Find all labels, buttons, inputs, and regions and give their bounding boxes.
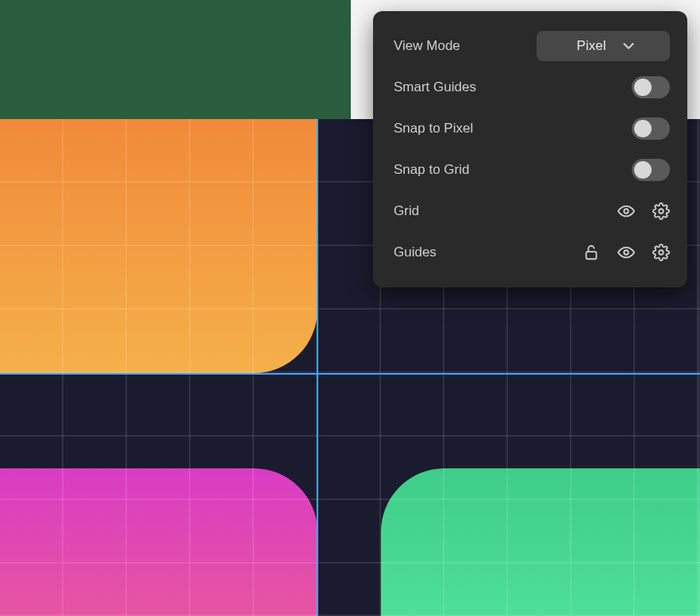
smart-guides-row: Smart Guides [394, 67, 670, 108]
guides-row: Guides [394, 232, 670, 273]
app-stage: View Mode Pixel Smart Guides Snap to Pix… [0, 0, 700, 616]
eye-icon[interactable] [617, 202, 635, 220]
chevron-down-icon [620, 37, 637, 55]
snap-to-pixel-toggle[interactable] [632, 117, 670, 140]
smart-guides-toggle[interactable] [632, 76, 670, 98]
svg-point-0 [624, 209, 629, 214]
snap-to-pixel-label: Snap to Pixel [394, 121, 632, 137]
view-mode-value: Pixel [577, 38, 606, 54]
spacer [583, 202, 600, 220]
svg-point-4 [659, 250, 663, 255]
smart-guides-label: Smart Guides [394, 79, 632, 95]
lock-open-icon[interactable] [583, 244, 600, 261]
shape-orange[interactable] [0, 119, 317, 373]
gear-icon[interactable] [652, 202, 670, 220]
view-mode-select[interactable]: Pixel [537, 31, 670, 61]
svg-point-1 [659, 209, 663, 214]
svg-rect-2 [587, 252, 597, 259]
backdrop-strip [0, 0, 351, 119]
svg-point-3 [624, 250, 629, 255]
shape-green[interactable] [381, 468, 700, 616]
view-mode-row: View Mode Pixel [394, 25, 670, 67]
grid-label: Grid [394, 203, 583, 219]
gear-icon[interactable] [652, 244, 670, 261]
guide-horizontal[interactable] [0, 373, 700, 375]
eye-icon[interactable] [617, 244, 635, 261]
guides-label: Guides [394, 244, 583, 260]
snap-to-grid-toggle[interactable] [632, 159, 670, 181]
shape-pink[interactable] [0, 468, 317, 616]
snap-to-pixel-row: Snap to Pixel [394, 108, 670, 149]
snap-to-grid-label: Snap to Grid [394, 162, 632, 178]
guide-vertical[interactable] [317, 119, 318, 616]
view-options-panel: View Mode Pixel Smart Guides Snap to Pix… [373, 11, 687, 287]
grid-row: Grid [394, 191, 670, 232]
view-mode-label: View Mode [394, 38, 537, 54]
snap-to-grid-row: Snap to Grid [394, 149, 670, 191]
